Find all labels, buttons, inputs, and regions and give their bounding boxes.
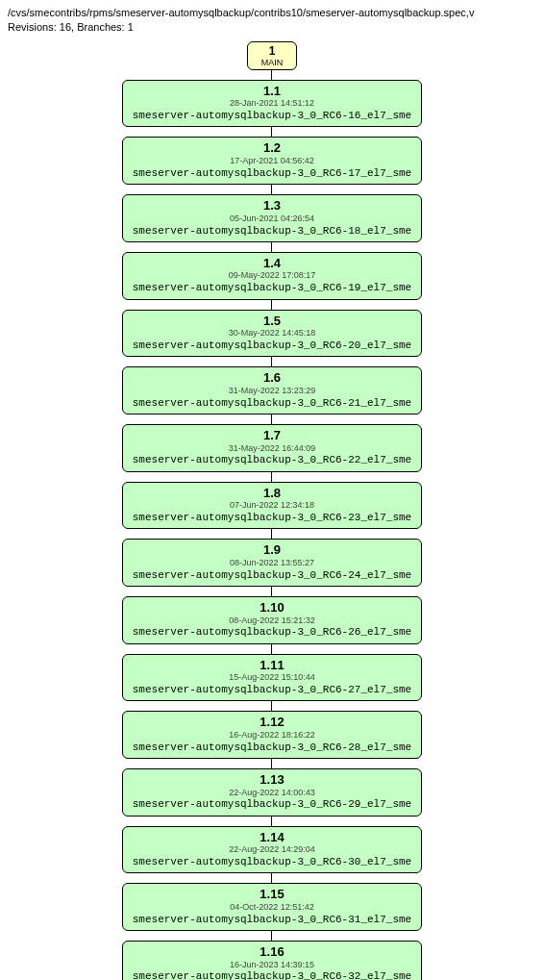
revision-number: 1.5 bbox=[133, 314, 411, 329]
revision-date: 16-Aug-2022 18:16:22 bbox=[133, 730, 411, 741]
revision-node: 1.217-Apr-2021 04:56:42smeserver-automys… bbox=[122, 137, 422, 185]
revision-tag: smeserver-automysqlbackup-3_0_RC6-31_el7… bbox=[133, 913, 411, 926]
connector bbox=[271, 873, 272, 883]
revision-number: 1.16 bbox=[133, 944, 411, 960]
revision-date: 31-May-2022 13:23:29 bbox=[133, 386, 411, 396]
revision-node: 1.1422-Aug-2022 14:29:04smeserver-automy… bbox=[122, 826, 422, 874]
revision-number: 1.7 bbox=[133, 428, 411, 443]
trunk-num: 1 bbox=[261, 44, 284, 58]
revision-number: 1.13 bbox=[133, 772, 411, 788]
revision-number: 1.14 bbox=[133, 830, 411, 845]
revision-tree: 1 MAIN 1.128-Jan-2021 14:51:12smeserver-… bbox=[8, 41, 536, 980]
revision-node: 1.530-May-2022 14:45:18smeserver-automys… bbox=[122, 310, 422, 358]
revision-number: 1.11 bbox=[133, 658, 411, 673]
revision-tag: smeserver-automysqlbackup-3_0_RC6-28_el7… bbox=[133, 741, 411, 754]
revision-node: 1.1216-Aug-2022 18:16:22smeserver-automy… bbox=[122, 711, 422, 759]
revision-number: 1.8 bbox=[133, 486, 411, 501]
revision-number: 1.12 bbox=[133, 715, 411, 730]
revision-date: 05-Jun-2021 04:26:54 bbox=[133, 214, 411, 224]
connector bbox=[271, 242, 272, 252]
revision-date: 17-Apr-2021 04:56:42 bbox=[133, 156, 411, 166]
revision-node: 1.1616-Jun-2023 14:39:15smeserver-automy… bbox=[122, 941, 422, 980]
connector bbox=[271, 472, 272, 482]
revision-node: 1.128-Jan-2021 14:51:12smeserver-automys… bbox=[122, 80, 422, 128]
revision-tag: smeserver-automysqlbackup-3_0_RC6-19_el7… bbox=[133, 281, 411, 294]
revision-date: 31-May-2022 16:44:09 bbox=[133, 443, 411, 454]
revision-node: 1.409-May-2022 17:08:17smeserver-automys… bbox=[122, 252, 422, 300]
revision-node: 1.908-Jun-2022 13:55:27smeserver-automys… bbox=[122, 539, 422, 587]
revision-date: 15-Aug-2022 15:10:44 bbox=[133, 672, 411, 683]
connector bbox=[271, 644, 272, 654]
revision-node: 1.1504-Oct-2022 12:51:42smeserver-automy… bbox=[122, 883, 422, 931]
revision-tag: smeserver-automysqlbackup-3_0_RC6-26_el7… bbox=[133, 625, 411, 639]
revision-tag: smeserver-automysqlbackup-3_0_RC6-32_el7… bbox=[133, 969, 411, 980]
revision-tag: smeserver-automysqlbackup-3_0_RC6-30_el7… bbox=[133, 855, 411, 868]
revision-date: 28-Jan-2021 14:51:12 bbox=[133, 98, 411, 109]
revision-date: 22-Aug-2022 14:00:43 bbox=[133, 788, 411, 798]
header-meta: Revisions: 16, Branches: 1 bbox=[8, 20, 536, 35]
connector bbox=[271, 415, 272, 424]
revision-date: 08-Jun-2022 13:55:27 bbox=[133, 558, 411, 568]
revision-date: 22-Aug-2022 14:29:04 bbox=[133, 844, 411, 855]
revision-number: 1.3 bbox=[133, 198, 411, 214]
revision-number: 1.15 bbox=[133, 887, 411, 902]
revision-tag: smeserver-automysqlbackup-3_0_RC6-29_el7… bbox=[133, 797, 411, 811]
revision-node: 1.1115-Aug-2022 15:10:44smeserver-automy… bbox=[122, 654, 422, 702]
revision-number: 1.10 bbox=[133, 600, 411, 616]
connector bbox=[271, 357, 272, 366]
revision-node: 1.631-May-2022 13:23:29smeserver-automys… bbox=[122, 366, 422, 415]
revision-number: 1.6 bbox=[133, 370, 411, 386]
revision-tag: smeserver-automysqlbackup-3_0_RC6-16_el7… bbox=[133, 109, 411, 122]
revision-number: 1.1 bbox=[133, 84, 411, 99]
revision-date: 30-May-2022 14:45:18 bbox=[133, 328, 411, 339]
connector bbox=[271, 300, 272, 310]
trunk-label: MAIN bbox=[261, 58, 284, 67]
revision-node: 1.807-Jun-2022 12:34:18smeserver-automys… bbox=[122, 482, 422, 530]
header: /cvs/smecontribs/rpms/smeserver-automysq… bbox=[8, 6, 536, 36]
header-path: /cvs/smecontribs/rpms/smeserver-automysq… bbox=[8, 6, 536, 20]
revision-date: 09-May-2022 17:08:17 bbox=[133, 270, 411, 281]
revision-tag: smeserver-automysqlbackup-3_0_RC6-21_el7… bbox=[133, 396, 411, 410]
revision-number: 1.2 bbox=[133, 140, 411, 156]
revision-date: 08-Aug-2022 15:21:32 bbox=[133, 616, 411, 626]
trunk-node: 1 MAIN bbox=[247, 41, 298, 70]
connector bbox=[271, 701, 272, 711]
revision-tag: smeserver-automysqlbackup-3_0_RC6-24_el7… bbox=[133, 568, 411, 582]
connector bbox=[271, 185, 272, 194]
revision-tag: smeserver-automysqlbackup-3_0_RC6-17_el7… bbox=[133, 166, 411, 180]
connector bbox=[271, 931, 272, 941]
revision-node: 1.1322-Aug-2022 14:00:43smeserver-automy… bbox=[122, 768, 422, 817]
revision-tag: smeserver-automysqlbackup-3_0_RC6-18_el7… bbox=[133, 224, 411, 238]
connector bbox=[271, 529, 272, 539]
connector bbox=[271, 127, 272, 137]
revision-node: 1.1008-Aug-2022 15:21:32smeserver-automy… bbox=[122, 596, 422, 644]
revision-node: 1.731-May-2022 16:44:09smeserver-automys… bbox=[122, 424, 422, 472]
revision-tag: smeserver-automysqlbackup-3_0_RC6-20_el7… bbox=[133, 339, 411, 352]
revision-tag: smeserver-automysqlbackup-3_0_RC6-22_el7… bbox=[133, 453, 411, 466]
revision-number: 1.4 bbox=[133, 256, 411, 271]
connector bbox=[271, 587, 272, 596]
revision-tag: smeserver-automysqlbackup-3_0_RC6-27_el7… bbox=[133, 683, 411, 696]
revision-node: 1.305-Jun-2021 04:26:54smeserver-automys… bbox=[122, 194, 422, 242]
connector bbox=[271, 70, 272, 80]
revision-tag: smeserver-automysqlbackup-3_0_RC6-23_el7… bbox=[133, 511, 411, 524]
revision-date: 07-Jun-2022 12:34:18 bbox=[133, 500, 411, 511]
revision-date: 04-Oct-2022 12:51:42 bbox=[133, 902, 411, 913]
revision-date: 16-Jun-2023 14:39:15 bbox=[133, 960, 411, 970]
connector bbox=[271, 817, 272, 826]
connector bbox=[271, 759, 272, 768]
revision-number: 1.9 bbox=[133, 542, 411, 558]
